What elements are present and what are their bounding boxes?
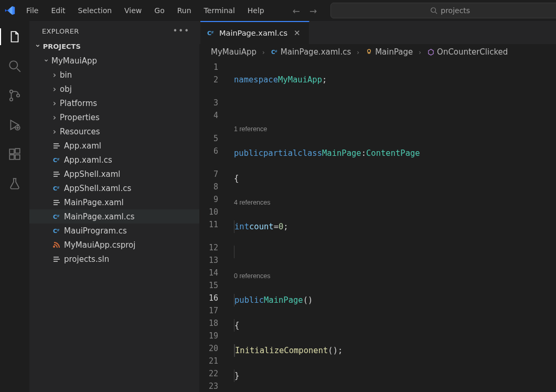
tree-file-label: MauiProgram.cs (64, 226, 127, 236)
svg-rect-11 (9, 149, 14, 154)
nav-forward-icon[interactable]: → (309, 6, 317, 16)
svg-rect-12 (9, 155, 14, 160)
tree-file[interactable]: App.xaml (29, 139, 199, 153)
csharp-file-icon: C# (51, 227, 62, 235)
breadcrumb-project[interactable]: MyMauiApp (211, 47, 256, 57)
tree-file[interactable]: C#AppShell.xaml.cs (29, 181, 199, 195)
csharp-file-icon: C# (271, 48, 279, 56)
csharp-file-icon: C# (51, 156, 62, 164)
tree-file-label: projects.sln (64, 255, 109, 264)
lines-icon (51, 142, 62, 150)
tree-folder-label: Properties (60, 113, 100, 122)
activity-testing-icon[interactable] (4, 173, 25, 194)
svg-point-5 (10, 98, 13, 101)
tree-folder[interactable]: Resources (29, 124, 199, 139)
svg-text:#: # (274, 49, 277, 54)
svg-line-3 (17, 68, 20, 72)
activity-source-control-icon[interactable] (4, 85, 25, 106)
chevron-down-icon (35, 42, 41, 50)
lines-icon (51, 170, 62, 178)
tree-file[interactable]: projects.sln (29, 252, 199, 266)
code-editor[interactable]: 1 2 3 4 5 6 7 8 9 10 11 12 13 14 15 16 (199, 60, 556, 392)
tree-folder-label: bin (60, 70, 72, 80)
breadcrumbs[interactable]: MyMauiApp › C# MainPage.xaml.cs › MainPa… (199, 44, 556, 60)
nav-back-icon[interactable]: ← (293, 6, 300, 16)
search-icon (430, 7, 437, 14)
tree-file-label: App.xaml.cs (64, 155, 112, 165)
menu-edit[interactable]: Edit (46, 4, 70, 17)
tree-file[interactable]: C#MauiProgram.cs (29, 224, 199, 238)
tree-folder[interactable]: Platforms (29, 96, 199, 110)
chevron-down-icon (42, 57, 50, 65)
tree-folder[interactable]: bin (29, 68, 199, 82)
sidebar-more-icon[interactable]: ••• (173, 26, 190, 36)
tree-folder[interactable]: Properties (29, 110, 199, 124)
svg-text:#: # (57, 186, 60, 190)
svg-rect-13 (15, 155, 20, 160)
codelens[interactable]: 4 references (234, 196, 270, 209)
breadcrumb-method[interactable]: OnCounterClicked (437, 47, 508, 57)
tab-mainpage-cs[interactable]: C# MainPage.xaml.cs ✕ (200, 21, 309, 44)
command-center-text: projects (441, 6, 470, 15)
svg-text:#: # (211, 30, 214, 35)
line-numbers: 1 2 3 4 5 6 7 8 9 10 11 12 13 14 15 16 (199, 60, 229, 392)
svg-text:#: # (57, 157, 60, 162)
menu-go[interactable]: Go (149, 4, 169, 17)
tree-file-label: App.xaml (64, 141, 101, 151)
activity-extensions-icon[interactable] (4, 144, 25, 165)
svg-point-0 (431, 8, 436, 13)
tree-folder-label: MyMauiApp (51, 56, 97, 66)
feed-icon (51, 241, 62, 249)
svg-rect-14 (15, 149, 20, 153)
lines-icon (51, 198, 62, 207)
tree-file[interactable]: MyMauiApp.csproj (29, 238, 199, 252)
lines-icon (51, 255, 62, 263)
svg-text:#: # (57, 214, 60, 218)
tree-file[interactable]: C#App.xaml.cs (29, 153, 199, 167)
activity-bar (0, 21, 29, 392)
csharp-file-icon: C# (51, 184, 62, 193)
sidebar-section[interactable]: PROJECTS (29, 40, 199, 52)
activity-run-debug-icon[interactable] (4, 114, 25, 135)
nav-history: ← → (293, 5, 317, 16)
editor-group: C# MainPage.xaml.cs ✕ MyMauiApp › C# Mai… (199, 21, 556, 392)
tree-folder[interactable]: obj (29, 82, 199, 96)
tree-file[interactable]: C#MainPage.xaml.cs (29, 209, 199, 224)
menu-view[interactable]: View (119, 4, 147, 17)
tree-folder-label: Resources (60, 127, 100, 136)
code-content[interactable]: namespace MyMauiApp; 1 reference public … (229, 60, 556, 392)
command-center[interactable]: projects (330, 3, 556, 18)
chevron-right-icon (50, 112, 59, 122)
svg-point-6 (17, 94, 19, 97)
tree-file[interactable]: AppShell.xaml (29, 167, 199, 181)
chevron-right-icon (50, 126, 59, 136)
activity-explorer-icon[interactable] (4, 26, 25, 47)
file-tree: MyMauiApp bin obj Platforms Properties R… (29, 52, 199, 266)
menu-help[interactable]: Help (242, 4, 270, 17)
tree-file-label: MyMauiApp.csproj (64, 240, 135, 250)
menu-selection[interactable]: Selection (73, 4, 117, 17)
breadcrumb-class[interactable]: MainPage (375, 47, 413, 57)
menu-file[interactable]: File (21, 4, 44, 17)
csharp-file-icon: C# (51, 213, 62, 221)
tree-folder-root[interactable]: MyMauiApp (29, 54, 199, 68)
sidebar-section-label: PROJECTS (43, 43, 81, 50)
codelens[interactable]: 1 reference (234, 124, 556, 134)
chevron-right-icon: › (357, 49, 359, 56)
chevron-right-icon (50, 84, 59, 94)
tab-label: MainPage.xaml.cs (219, 29, 287, 37)
menu-run[interactable]: Run (172, 4, 197, 17)
chevron-right-icon: › (262, 49, 265, 56)
tree-file[interactable]: MainPage.xaml (29, 195, 199, 209)
vscode-logo-icon (4, 3, 16, 18)
close-icon[interactable]: ✕ (292, 27, 303, 39)
tree-folder-label: Platforms (60, 99, 97, 108)
tree-file-label: MainPage.xaml.cs (64, 212, 135, 221)
chevron-right-icon (50, 70, 59, 80)
tree-folder-label: obj (60, 84, 72, 94)
menu-terminal[interactable]: Terminal (199, 4, 240, 17)
codelens[interactable]: 0 references (234, 270, 270, 282)
breadcrumb-file[interactable]: MainPage.xaml.cs (281, 47, 351, 57)
svg-point-2 (9, 61, 17, 69)
activity-search-icon[interactable] (4, 56, 25, 77)
